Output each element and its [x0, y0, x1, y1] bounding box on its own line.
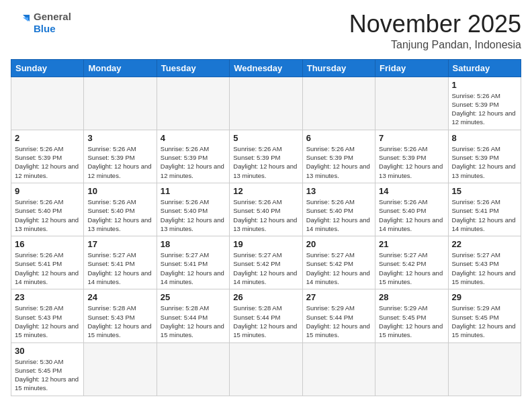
calendar-cell-w2-d2: 3Sunrise: 5:26 AMSunset: 5:39 PMDaylight… [84, 130, 157, 183]
calendar-cell-w3-d2: 10Sunrise: 5:26 AMSunset: 5:40 PMDayligh… [84, 183, 157, 236]
col-thursday: Thursday [302, 59, 375, 77]
calendar-cell-w6-d5 [302, 342, 375, 396]
calendar-cell-w1-d6 [375, 77, 448, 130]
day-number: 2 [15, 133, 80, 143]
calendar-week-2: 2Sunrise: 5:26 AMSunset: 5:39 PMDaylight… [11, 130, 521, 183]
calendar-cell-w4-d7: 22Sunrise: 5:27 AMSunset: 5:43 PMDayligh… [448, 236, 521, 289]
day-sun-info: Sunrise: 5:26 AMSunset: 5:40 PMDaylight:… [306, 197, 371, 233]
day-number: 30 [15, 346, 80, 356]
day-number: 20 [306, 239, 371, 249]
logo-blue: Blue [34, 23, 56, 34]
day-sun-info: Sunrise: 5:30 AMSunset: 5:45 PMDaylight:… [15, 357, 80, 393]
day-number: 10 [87, 186, 152, 196]
calendar-cell-w3-d5: 13Sunrise: 5:26 AMSunset: 5:40 PMDayligh… [302, 183, 375, 236]
calendar-cell-w1-d5 [302, 77, 375, 130]
day-sun-info: Sunrise: 5:27 AMSunset: 5:42 PMDaylight:… [306, 250, 371, 286]
day-number: 4 [161, 133, 226, 143]
day-sun-info: Sunrise: 5:29 AMSunset: 5:45 PMDaylight:… [379, 304, 444, 339]
calendar-cell-w1-d3 [157, 77, 229, 130]
calendar-cell-w6-d7 [448, 342, 521, 396]
calendar-cell-w6-d2 [84, 342, 157, 396]
day-number: 1 [452, 80, 517, 90]
day-number: 18 [161, 239, 226, 249]
day-number: 7 [379, 133, 444, 143]
col-tuesday: Tuesday [157, 59, 229, 77]
day-number: 24 [87, 292, 152, 302]
day-number: 11 [161, 186, 226, 196]
calendar-table: Sunday Monday Tuesday Wednesday Thursday… [11, 59, 521, 396]
calendar-week-6: 30Sunrise: 5:30 AMSunset: 5:45 PMDayligh… [11, 342, 521, 396]
calendar-cell-w6-d1: 30Sunrise: 5:30 AMSunset: 5:45 PMDayligh… [11, 342, 84, 396]
day-sun-info: Sunrise: 5:26 AMSunset: 5:39 PMDaylight:… [15, 144, 80, 180]
day-number: 13 [306, 186, 371, 196]
calendar-cell-w4-d1: 16Sunrise: 5:26 AMSunset: 5:41 PMDayligh… [11, 236, 84, 289]
month-title: November 2025 [349, 11, 521, 38]
calendar-cell-w2-d4: 5Sunrise: 5:26 AMSunset: 5:39 PMDaylight… [230, 130, 302, 183]
calendar-cell-w4-d2: 17Sunrise: 5:27 AMSunset: 5:41 PMDayligh… [84, 236, 157, 289]
day-sun-info: Sunrise: 5:26 AMSunset: 5:39 PMDaylight:… [306, 144, 371, 180]
day-sun-info: Sunrise: 5:26 AMSunset: 5:40 PMDaylight:… [379, 197, 444, 233]
calendar-cell-w5-d6: 28Sunrise: 5:29 AMSunset: 5:45 PMDayligh… [375, 289, 448, 342]
col-wednesday: Wednesday [230, 59, 302, 77]
day-number: 21 [379, 239, 444, 249]
day-sun-info: Sunrise: 5:26 AMSunset: 5:39 PMDaylight:… [452, 91, 517, 127]
day-sun-info: Sunrise: 5:28 AMSunset: 5:43 PMDaylight:… [87, 304, 152, 339]
day-sun-info: Sunrise: 5:26 AMSunset: 5:40 PMDaylight:… [87, 197, 152, 233]
day-number: 14 [379, 186, 444, 196]
calendar-cell-w3-d3: 11Sunrise: 5:26 AMSunset: 5:40 PMDayligh… [157, 183, 229, 236]
day-number: 22 [452, 239, 517, 249]
day-sun-info: Sunrise: 5:29 AMSunset: 5:44 PMDaylight:… [306, 304, 371, 339]
day-sun-info: Sunrise: 5:26 AMSunset: 5:41 PMDaylight:… [15, 250, 80, 286]
calendar-cell-w2-d1: 2Sunrise: 5:26 AMSunset: 5:39 PMDaylight… [11, 130, 84, 183]
day-sun-info: Sunrise: 5:26 AMSunset: 5:39 PMDaylight:… [161, 144, 226, 180]
day-sun-info: Sunrise: 5:26 AMSunset: 5:40 PMDaylight:… [15, 197, 80, 233]
calendar-cell-w3-d6: 14Sunrise: 5:26 AMSunset: 5:40 PMDayligh… [375, 183, 448, 236]
calendar-cell-w5-d2: 24Sunrise: 5:28 AMSunset: 5:43 PMDayligh… [84, 289, 157, 342]
day-number: 9 [15, 186, 80, 196]
col-monday: Monday [84, 59, 157, 77]
day-sun-info: Sunrise: 5:27 AMSunset: 5:43 PMDaylight:… [452, 250, 517, 286]
col-friday: Friday [375, 59, 448, 77]
calendar-cell-w5-d5: 27Sunrise: 5:29 AMSunset: 5:44 PMDayligh… [302, 289, 375, 342]
calendar-cell-w1-d7: 1Sunrise: 5:26 AMSunset: 5:39 PMDaylight… [448, 77, 521, 130]
calendar-header-row: Sunday Monday Tuesday Wednesday Thursday… [11, 59, 521, 77]
location-subtitle: Tanjung Pandan, Indonesia [349, 39, 521, 51]
calendar-cell-w1-d4 [230, 77, 302, 130]
calendar-cell-w5-d3: 25Sunrise: 5:28 AMSunset: 5:44 PMDayligh… [157, 289, 229, 342]
calendar-cell-w6-d4 [230, 342, 302, 396]
calendar-cell-w3-d1: 9Sunrise: 5:26 AMSunset: 5:40 PMDaylight… [11, 183, 84, 236]
calendar-cell-w1-d2 [84, 77, 157, 130]
calendar-cell-w5-d4: 26Sunrise: 5:28 AMSunset: 5:44 PMDayligh… [230, 289, 302, 342]
day-sun-info: Sunrise: 5:26 AMSunset: 5:39 PMDaylight:… [379, 144, 444, 180]
calendar-cell-w4-d5: 20Sunrise: 5:27 AMSunset: 5:42 PMDayligh… [302, 236, 375, 289]
day-number: 16 [15, 239, 80, 249]
day-number: 23 [15, 292, 80, 302]
day-sun-info: Sunrise: 5:26 AMSunset: 5:39 PMDaylight:… [233, 144, 298, 180]
calendar-cell-w4-d3: 18Sunrise: 5:27 AMSunset: 5:41 PMDayligh… [157, 236, 229, 289]
calendar-cell-w1-d1 [11, 77, 84, 130]
calendar-cell-w2-d6: 7Sunrise: 5:26 AMSunset: 5:39 PMDaylight… [375, 130, 448, 183]
day-number: 8 [452, 133, 517, 143]
day-number: 19 [233, 239, 298, 249]
calendar-cell-w6-d3 [157, 342, 229, 396]
logo: General Blue [11, 11, 71, 35]
day-sun-info: Sunrise: 5:28 AMSunset: 5:44 PMDaylight:… [161, 304, 226, 339]
day-sun-info: Sunrise: 5:27 AMSunset: 5:41 PMDaylight:… [87, 250, 152, 286]
day-number: 15 [452, 186, 517, 196]
day-number: 29 [452, 292, 517, 302]
day-sun-info: Sunrise: 5:28 AMSunset: 5:43 PMDaylight:… [15, 304, 80, 339]
calendar-week-5: 23Sunrise: 5:28 AMSunset: 5:43 PMDayligh… [11, 289, 521, 342]
header: General Blue November 2025 Tanjung Panda… [11, 11, 521, 51]
calendar-week-1: 1Sunrise: 5:26 AMSunset: 5:39 PMDaylight… [11, 77, 521, 130]
day-number: 5 [233, 133, 298, 143]
calendar-cell-w2-d5: 6Sunrise: 5:26 AMSunset: 5:39 PMDaylight… [302, 130, 375, 183]
day-number: 3 [87, 133, 152, 143]
day-sun-info: Sunrise: 5:27 AMSunset: 5:42 PMDaylight:… [379, 250, 444, 286]
day-sun-info: Sunrise: 5:29 AMSunset: 5:45 PMDaylight:… [452, 304, 517, 339]
calendar-cell-w3-d7: 15Sunrise: 5:26 AMSunset: 5:41 PMDayligh… [448, 183, 521, 236]
day-sun-info: Sunrise: 5:28 AMSunset: 5:44 PMDaylight:… [233, 304, 298, 339]
calendar-cell-w2-d3: 4Sunrise: 5:26 AMSunset: 5:39 PMDaylight… [157, 130, 229, 183]
calendar-cell-w5-d1: 23Sunrise: 5:28 AMSunset: 5:43 PMDayligh… [11, 289, 84, 342]
day-sun-info: Sunrise: 5:26 AMSunset: 5:40 PMDaylight:… [233, 197, 298, 233]
col-saturday: Saturday [448, 59, 521, 77]
